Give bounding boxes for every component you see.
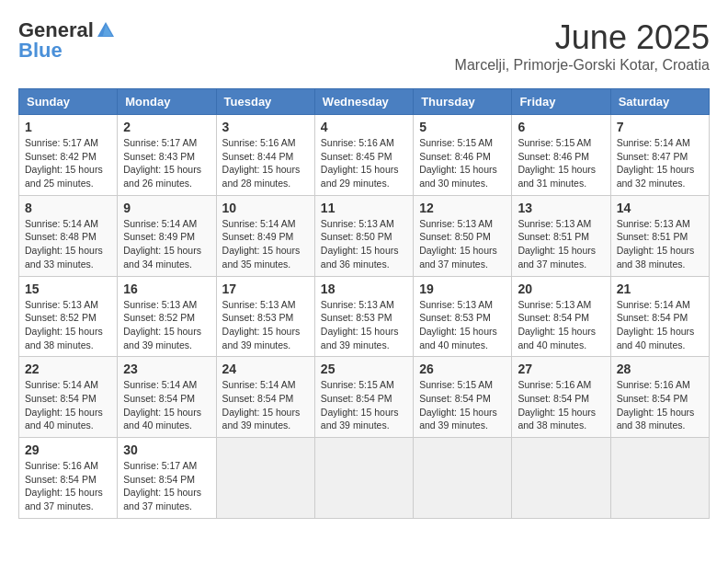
day-number: 10 bbox=[222, 201, 309, 215]
day-info: Sunrise: 5:13 AMSunset: 8:54 PMDaylight:… bbox=[518, 298, 604, 352]
day-number: 9 bbox=[123, 201, 210, 215]
day-number: 19 bbox=[419, 282, 506, 296]
weekday-header-cell: Thursday bbox=[414, 89, 512, 115]
calendar-week-row: 29Sunrise: 5:16 AMSunset: 8:54 PMDayligh… bbox=[19, 438, 710, 519]
day-info: Sunrise: 5:14 AMSunset: 8:48 PMDaylight:… bbox=[25, 217, 111, 271]
calendar-day-cell: 29Sunrise: 5:16 AMSunset: 8:54 PMDayligh… bbox=[19, 438, 118, 519]
day-number: 8 bbox=[25, 201, 111, 215]
day-info: Sunrise: 5:13 AMSunset: 8:53 PMDaylight:… bbox=[419, 298, 506, 352]
day-info: Sunrise: 5:13 AMSunset: 8:51 PMDaylight:… bbox=[518, 217, 604, 271]
calendar-day-cell bbox=[414, 438, 512, 519]
calendar-table: SundayMondayTuesdayWednesdayThursdayFrid… bbox=[18, 88, 710, 519]
calendar-week-row: 1Sunrise: 5:17 AMSunset: 8:42 PMDaylight… bbox=[19, 115, 710, 196]
day-number: 16 bbox=[123, 282, 210, 296]
calendar-day-cell: 13Sunrise: 5:13 AMSunset: 8:51 PMDayligh… bbox=[512, 195, 610, 276]
calendar-day-cell: 19Sunrise: 5:13 AMSunset: 8:53 PMDayligh… bbox=[414, 276, 512, 357]
day-info: Sunrise: 5:17 AMSunset: 8:54 PMDaylight:… bbox=[123, 459, 210, 513]
calendar-day-cell: 25Sunrise: 5:15 AMSunset: 8:54 PMDayligh… bbox=[314, 357, 413, 438]
calendar-week-row: 15Sunrise: 5:13 AMSunset: 8:52 PMDayligh… bbox=[19, 276, 710, 357]
calendar-day-cell: 24Sunrise: 5:14 AMSunset: 8:54 PMDayligh… bbox=[216, 357, 314, 438]
day-info: Sunrise: 5:13 AMSunset: 8:52 PMDaylight:… bbox=[25, 298, 111, 352]
calendar-day-cell: 7Sunrise: 5:14 AMSunset: 8:47 PMDaylight… bbox=[610, 115, 709, 196]
calendar-day-cell: 23Sunrise: 5:14 AMSunset: 8:54 PMDayligh… bbox=[118, 357, 216, 438]
day-number: 28 bbox=[617, 362, 703, 376]
day-number: 30 bbox=[123, 442, 210, 457]
day-number: 20 bbox=[518, 282, 604, 296]
title-section: June 2025 Marcelji, Primorje-Gorski Kota… bbox=[455, 18, 710, 74]
day-info: Sunrise: 5:13 AMSunset: 8:52 PMDaylight:… bbox=[123, 298, 210, 352]
day-number: 29 bbox=[25, 442, 111, 457]
day-info: Sunrise: 5:14 AMSunset: 8:49 PMDaylight:… bbox=[123, 217, 210, 271]
day-number: 1 bbox=[25, 120, 111, 134]
logo-blue: Blue bbox=[18, 39, 63, 63]
calendar-day-cell: 16Sunrise: 5:13 AMSunset: 8:52 PMDayligh… bbox=[118, 276, 216, 357]
calendar-body: 1Sunrise: 5:17 AMSunset: 8:42 PMDaylight… bbox=[19, 115, 710, 519]
day-info: Sunrise: 5:13 AMSunset: 8:53 PMDaylight:… bbox=[321, 298, 407, 352]
weekday-header-cell: Wednesday bbox=[314, 89, 413, 115]
calendar-day-cell: 11Sunrise: 5:13 AMSunset: 8:50 PMDayligh… bbox=[314, 195, 413, 276]
calendar-day-cell: 28Sunrise: 5:16 AMSunset: 8:54 PMDayligh… bbox=[610, 357, 709, 438]
day-info: Sunrise: 5:14 AMSunset: 8:54 PMDaylight:… bbox=[617, 298, 703, 352]
location-title: Marcelji, Primorje-Gorski Kotar, Croatia bbox=[455, 57, 710, 74]
calendar-day-cell bbox=[216, 438, 314, 519]
day-number: 7 bbox=[617, 120, 703, 134]
day-number: 13 bbox=[518, 201, 604, 215]
weekday-header-cell: Sunday bbox=[19, 89, 118, 115]
weekday-header-row: SundayMondayTuesdayWednesdayThursdayFrid… bbox=[19, 89, 710, 115]
day-number: 15 bbox=[25, 282, 111, 296]
calendar-day-cell: 21Sunrise: 5:14 AMSunset: 8:54 PMDayligh… bbox=[610, 276, 709, 357]
calendar-day-cell: 8Sunrise: 5:14 AMSunset: 8:48 PMDaylight… bbox=[19, 195, 118, 276]
calendar-day-cell bbox=[610, 438, 709, 519]
weekday-header-cell: Friday bbox=[512, 89, 610, 115]
calendar-day-cell: 2Sunrise: 5:17 AMSunset: 8:43 PMDaylight… bbox=[118, 115, 216, 196]
day-info: Sunrise: 5:17 AMSunset: 8:43 PMDaylight:… bbox=[123, 136, 210, 190]
logo: General Blue bbox=[18, 18, 116, 63]
calendar-day-cell: 30Sunrise: 5:17 AMSunset: 8:54 PMDayligh… bbox=[118, 438, 216, 519]
day-info: Sunrise: 5:13 AMSunset: 8:53 PMDaylight:… bbox=[222, 298, 309, 352]
header: General Blue June 2025 Marcelji, Primorj… bbox=[18, 18, 710, 74]
day-info: Sunrise: 5:13 AMSunset: 8:50 PMDaylight:… bbox=[321, 217, 407, 271]
calendar-day-cell: 5Sunrise: 5:15 AMSunset: 8:46 PMDaylight… bbox=[414, 115, 512, 196]
day-info: Sunrise: 5:14 AMSunset: 8:54 PMDaylight:… bbox=[123, 378, 210, 432]
weekday-header-cell: Monday bbox=[118, 89, 216, 115]
calendar-week-row: 22Sunrise: 5:14 AMSunset: 8:54 PMDayligh… bbox=[19, 357, 710, 438]
day-number: 26 bbox=[419, 362, 506, 376]
day-info: Sunrise: 5:15 AMSunset: 8:46 PMDaylight:… bbox=[518, 136, 604, 190]
calendar-day-cell: 22Sunrise: 5:14 AMSunset: 8:54 PMDayligh… bbox=[19, 357, 118, 438]
day-number: 3 bbox=[222, 120, 309, 134]
weekday-header-cell: Tuesday bbox=[216, 89, 314, 115]
day-info: Sunrise: 5:17 AMSunset: 8:42 PMDaylight:… bbox=[25, 136, 111, 190]
calendar-day-cell: 1Sunrise: 5:17 AMSunset: 8:42 PMDaylight… bbox=[19, 115, 118, 196]
day-info: Sunrise: 5:15 AMSunset: 8:54 PMDaylight:… bbox=[419, 378, 506, 432]
calendar-week-row: 8Sunrise: 5:14 AMSunset: 8:48 PMDaylight… bbox=[19, 195, 710, 276]
calendar-day-cell: 14Sunrise: 5:13 AMSunset: 8:51 PMDayligh… bbox=[610, 195, 709, 276]
month-title: June 2025 bbox=[455, 18, 710, 57]
day-info: Sunrise: 5:13 AMSunset: 8:51 PMDaylight:… bbox=[617, 217, 703, 271]
calendar-day-cell: 26Sunrise: 5:15 AMSunset: 8:54 PMDayligh… bbox=[414, 357, 512, 438]
day-info: Sunrise: 5:13 AMSunset: 8:50 PMDaylight:… bbox=[419, 217, 506, 271]
day-number: 4 bbox=[321, 120, 407, 134]
day-info: Sunrise: 5:14 AMSunset: 8:47 PMDaylight:… bbox=[617, 136, 703, 190]
day-number: 24 bbox=[222, 362, 309, 376]
calendar-day-cell: 6Sunrise: 5:15 AMSunset: 8:46 PMDaylight… bbox=[512, 115, 610, 196]
day-info: Sunrise: 5:16 AMSunset: 8:45 PMDaylight:… bbox=[321, 136, 407, 190]
day-info: Sunrise: 5:16 AMSunset: 8:54 PMDaylight:… bbox=[617, 378, 703, 432]
day-number: 12 bbox=[419, 201, 506, 215]
day-info: Sunrise: 5:16 AMSunset: 8:54 PMDaylight:… bbox=[518, 378, 604, 432]
day-info: Sunrise: 5:16 AMSunset: 8:44 PMDaylight:… bbox=[222, 136, 309, 190]
weekday-header-cell: Saturday bbox=[610, 89, 709, 115]
day-number: 17 bbox=[222, 282, 309, 296]
day-info: Sunrise: 5:16 AMSunset: 8:54 PMDaylight:… bbox=[25, 459, 111, 513]
day-number: 22 bbox=[25, 362, 111, 376]
calendar-day-cell: 12Sunrise: 5:13 AMSunset: 8:50 PMDayligh… bbox=[414, 195, 512, 276]
calendar-day-cell: 10Sunrise: 5:14 AMSunset: 8:49 PMDayligh… bbox=[216, 195, 314, 276]
calendar-day-cell: 15Sunrise: 5:13 AMSunset: 8:52 PMDayligh… bbox=[19, 276, 118, 357]
day-number: 21 bbox=[617, 282, 703, 296]
day-number: 18 bbox=[321, 282, 407, 296]
day-number: 11 bbox=[321, 201, 407, 215]
calendar-day-cell: 3Sunrise: 5:16 AMSunset: 8:44 PMDaylight… bbox=[216, 115, 314, 196]
calendar-day-cell: 4Sunrise: 5:16 AMSunset: 8:45 PMDaylight… bbox=[314, 115, 413, 196]
calendar-day-cell bbox=[512, 438, 610, 519]
calendar-day-cell: 18Sunrise: 5:13 AMSunset: 8:53 PMDayligh… bbox=[314, 276, 413, 357]
logo-icon bbox=[96, 20, 116, 40]
